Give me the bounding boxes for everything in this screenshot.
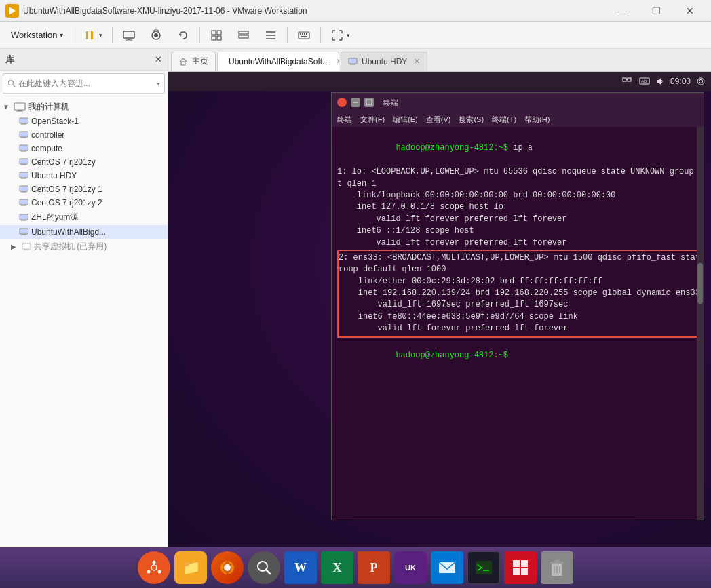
svg-point-7: [154, 33, 158, 37]
sidebar-item-ubuntu-hdy[interactable]: Ubuntu HDY: [0, 169, 168, 182]
tab-bar: 主页 UbuntuWithAllBigdataSoft... ✕ Ubuntu …: [168, 49, 711, 72]
sidebar-item-controller[interactable]: controller: [0, 128, 168, 142]
terminal-line-3: link/loopback 00:00:00:00:00:00 brd 00:0…: [337, 190, 698, 201]
terminal-line-6: inet6 ::1/128 scope host: [337, 225, 698, 237]
dock-excel-button[interactable]: X: [321, 551, 353, 584]
terminal-line-1: 1: lo: <LOOPBACK,UP,LOWER_UP> mtu 65536 …: [337, 166, 698, 178]
svg-rect-15: [299, 32, 309, 39]
dock-terminal-button[interactable]: [467, 551, 500, 584]
dock-word-button[interactable]: W: [284, 551, 317, 584]
send-ctrlaltdel-button[interactable]: [292, 24, 316, 46]
computer-icon: [14, 102, 26, 112]
sidebar-item-centos-2[interactable]: CentOS 7 rj201zy 2: [0, 196, 168, 210]
terminal-scrollbar-thumb[interactable]: [697, 263, 703, 304]
pause-button[interactable]: ▾: [77, 24, 108, 46]
sidebar-item-shared[interactable]: ▶ 共享虚拟机 (已弃用): [0, 239, 168, 254]
tab-ubuntu-bigdata-close[interactable]: ✕: [336, 57, 339, 66]
terminal-window: 终端 终端 文件(F) 编辑(E) 查看(V) 搜索(S) 终端(T) 帮助(H…: [331, 92, 704, 520]
svg-rect-54: [24, 249, 29, 250]
terminal-menu-bar: 终端 文件(F) 编辑(E) 查看(V) 搜索(S) 终端(T) 帮助(H): [332, 112, 704, 127]
view1-button[interactable]: [204, 24, 229, 46]
terminal-body[interactable]: hadoop@zhanyong-4812:~$ ip a 1: lo: <LOO…: [332, 127, 704, 520]
display-icon: [122, 30, 136, 41]
search-dock-icon: [256, 560, 272, 576]
snapshot-button[interactable]: [144, 24, 168, 46]
menu-terminal2[interactable]: 终端(T): [492, 115, 516, 125]
sidebar-item-yum[interactable]: ZHL的yum源: [0, 210, 168, 225]
dock-firefox-button[interactable]: [211, 551, 244, 584]
sidebar-item-my-computer[interactable]: ▼ 我的计算机: [0, 99, 168, 115]
menu-file[interactable]: 文件(F): [360, 115, 385, 125]
svg-rect-51: [20, 229, 28, 233]
trash-icon: [549, 558, 565, 577]
view3-icon: [264, 28, 277, 42]
sidebar-item-centos-1[interactable]: CentOS 7 rj201zy 1: [0, 182, 168, 196]
ubuntu-clock: 09:00: [670, 77, 691, 86]
vm-icon: [19, 228, 28, 236]
menu-view[interactable]: 查看(V): [426, 115, 451, 125]
sidebar-close-icon[interactable]: ✕: [155, 54, 162, 64]
minimize-button[interactable]: —: [607, 0, 638, 22]
dock-mail-button[interactable]: [431, 551, 463, 584]
sound-icon: [655, 77, 665, 86]
svg-rect-11: [212, 36, 216, 40]
dock-files-button[interactable]: 📁: [174, 551, 207, 584]
terminal-minimize-button[interactable]: [351, 98, 360, 107]
word-icon: W: [294, 561, 307, 575]
view3-button[interactable]: [258, 24, 283, 46]
sidebar-label-my-computer: 我的计算机: [28, 101, 69, 113]
menu-edit[interactable]: 编辑(E): [393, 115, 418, 125]
firefox-icon: [218, 558, 237, 577]
sidebar-item-compute[interactable]: compute: [0, 142, 168, 155]
fullscreen-button[interactable]: ▾: [325, 24, 356, 46]
svg-rect-23: [14, 103, 25, 110]
vm-display[interactable]: AB 09:00: [168, 72, 711, 547]
svg-rect-82: [513, 560, 520, 567]
tab-home[interactable]: 主页: [171, 52, 216, 71]
search-dropdown-icon[interactable]: ▾: [157, 80, 160, 87]
dock-ubuntu-button[interactable]: [138, 551, 170, 584]
dock-tiles-button[interactable]: [504, 551, 537, 584]
svg-rect-33: [20, 146, 28, 150]
menu-search[interactable]: 搜索(S): [459, 115, 484, 125]
vm-settings-button[interactable]: [117, 24, 141, 46]
fullscreen-dropdown: ▾: [347, 32, 350, 39]
workstation-menu-button[interactable]: Workstation ▾: [5, 24, 69, 46]
dock-trash-button[interactable]: [541, 551, 573, 584]
svg-rect-12: [217, 36, 221, 40]
dock-powerpoint-button[interactable]: P: [358, 551, 390, 584]
store-icon: UK: [405, 564, 416, 572]
sidebar-item-centos-rj201zy[interactable]: CentOS 7 rj201zy: [0, 155, 168, 169]
shared-vm-icon: [22, 243, 31, 251]
close-button[interactable]: ✕: [674, 0, 706, 22]
revert-button[interactable]: [171, 24, 195, 46]
terminal-scrollbar[interactable]: [697, 127, 704, 520]
dropdown-arrow-icon: ▾: [60, 31, 63, 39]
window-title: UbuntuWithAllBigdataSoftware-XMU-linziyu…: [23, 6, 607, 16]
tab-ubuntu-bigdata[interactable]: UbuntuWithAllBigdataSoft... ✕: [217, 52, 339, 71]
terminal-line-prompt: hadoop@zhanyong-4812:~$ ip a: [337, 131, 698, 166]
tab-ubuntu-bigdata-label: UbuntuWithAllBigdataSoft...: [229, 57, 329, 66]
menu-terminal[interactable]: 终端: [337, 115, 352, 125]
terminal-maximize-button[interactable]: [364, 98, 374, 107]
svg-rect-19: [306, 33, 307, 35]
workstation-label: Workstation: [11, 30, 57, 40]
tab-ubuntu-hdy-close[interactable]: ✕: [414, 57, 420, 66]
sidebar-item-openstack[interactable]: OpenStack-1: [0, 115, 168, 128]
sidebar-item-ubuntu-bigdata[interactable]: UbuntuWithAllBigd...: [0, 225, 168, 239]
svg-rect-55: [181, 62, 185, 65]
menu-help[interactable]: 帮助(H): [524, 115, 550, 125]
terminal-line-9: roup default qlen 1000: [339, 264, 697, 275]
mail-icon: [438, 560, 457, 576]
snapshot-icon: [149, 28, 163, 42]
terminal-line-4: inet 127.0.0.1/8 scope host lo: [337, 201, 698, 213]
view2-button[interactable]: [231, 24, 256, 46]
dock-search-button[interactable]: [248, 551, 280, 584]
restore-button[interactable]: ❐: [640, 0, 672, 22]
dock-store-button[interactable]: UK: [394, 551, 427, 584]
svg-rect-59: [350, 64, 356, 64]
fullscreen-icon: [330, 28, 344, 42]
terminal-close-button[interactable]: [337, 98, 347, 107]
search-input[interactable]: [18, 79, 154, 88]
tab-ubuntu-hdy[interactable]: Ubuntu HDY ✕: [341, 52, 427, 71]
